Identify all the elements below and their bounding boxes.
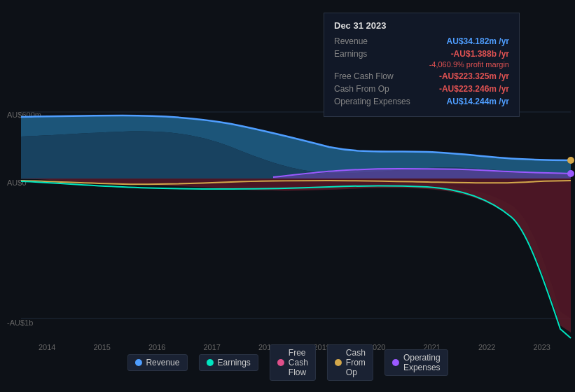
main-chart xyxy=(0,108,575,346)
x-label-2014: 2014 xyxy=(39,343,55,351)
cashop-dot xyxy=(335,359,342,366)
legend-earnings-label: Earnings xyxy=(217,358,250,368)
earnings-line xyxy=(21,181,571,338)
earnings-dot xyxy=(206,359,213,366)
tooltip-row-opex: Operating Expenses AU$14.244m /yr xyxy=(334,97,509,106)
legend-cashop[interactable]: Cash From Op xyxy=(327,344,373,381)
fcf-label: Free Cash Flow xyxy=(334,71,411,81)
cashop-end-dot xyxy=(567,157,574,164)
revenue-value: AU$34.182m /yr xyxy=(447,36,509,46)
legend-opex-label: Operating Expenses xyxy=(403,353,441,372)
x-label-2023: 2023 xyxy=(534,343,550,351)
opex-value: AU$14.244m /yr xyxy=(447,97,509,106)
tooltip-date: Dec 31 2023 xyxy=(334,20,509,31)
chart-legend: Revenue Earnings Free Cash Flow Cash Fro… xyxy=(127,344,448,381)
legend-revenue[interactable]: Revenue xyxy=(127,354,187,371)
tooltip-row-revenue: Revenue AU$34.182m /yr xyxy=(334,36,509,46)
legend-opex[interactable]: Operating Expenses xyxy=(385,349,448,376)
earnings-sub: -4,060.9% profit margin xyxy=(334,60,509,69)
x-label-2015: 2015 xyxy=(94,343,111,351)
chart-container: Dec 31 2023 Revenue AU$34.182m /yr Earni… xyxy=(0,0,575,392)
legend-earnings[interactable]: Earnings xyxy=(198,354,258,371)
earnings-margin: -4,060.9% profit margin xyxy=(429,60,509,69)
tooltip-row-earnings: Earnings -AU$1.388b /yr xyxy=(334,49,509,59)
legend-fcf[interactable]: Free Cash Flow xyxy=(270,344,316,381)
revenue-dot xyxy=(134,359,141,366)
cashop-label: Cash From Op xyxy=(334,84,411,94)
cashop-value: -AU$223.246m /yr xyxy=(439,84,509,94)
fcf-dot xyxy=(277,359,284,366)
legend-revenue-label: Revenue xyxy=(146,358,179,368)
opex-end-dot xyxy=(567,170,574,177)
legend-cashop-label: Cash From Op xyxy=(346,348,366,377)
fcf-value: -AU$223.325m /yr xyxy=(439,71,509,81)
tooltip-row-cashop: Cash From Op -AU$223.246m /yr xyxy=(334,84,509,94)
tooltip-row-fcf: Free Cash Flow -AU$223.325m /yr xyxy=(334,71,509,81)
opex-dot xyxy=(392,359,399,366)
revenue-label: Revenue xyxy=(334,36,411,46)
tooltip-card: Dec 31 2023 Revenue AU$34.182m /yr Earni… xyxy=(324,13,520,117)
earnings-value: -AU$1.388b /yr xyxy=(451,49,509,59)
opex-label: Operating Expenses xyxy=(334,97,411,106)
x-label-2022: 2022 xyxy=(478,343,495,351)
legend-fcf-label: Free Cash Flow xyxy=(289,348,308,377)
earnings-label: Earnings xyxy=(334,49,411,59)
